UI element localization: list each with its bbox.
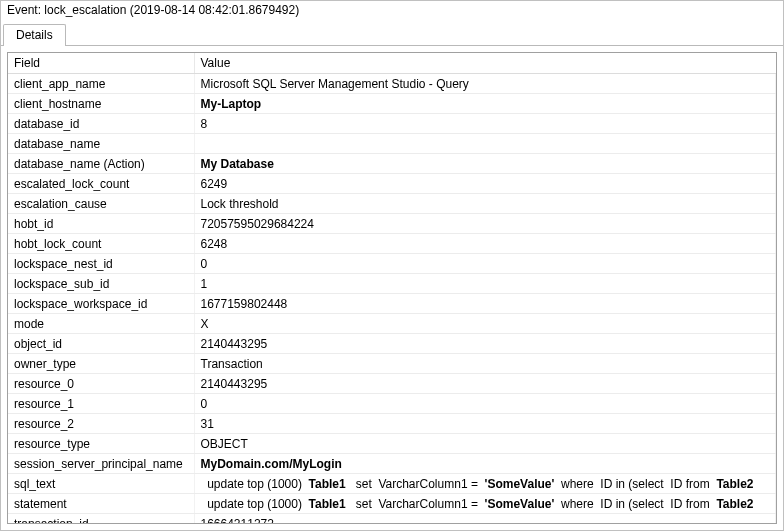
field-label: lockspace_workspace_id [8, 294, 194, 314]
field-value: Microsoft SQL Server Management Studio -… [194, 74, 776, 94]
field-label: client_app_name [8, 74, 194, 94]
event-window: Event: lock_escalation (2019-08-14 08:42… [0, 0, 784, 531]
field-value: Transaction [194, 354, 776, 374]
field-label: hobt_id [8, 214, 194, 234]
field-label: transaction_id [8, 514, 194, 525]
field-label: database_name (Action) [8, 154, 194, 174]
field-label: escalation_cause [8, 194, 194, 214]
details-grid: Field Value client_app_name Microsoft SQ… [7, 52, 777, 524]
field-label: sql_text [8, 474, 194, 494]
field-value: 72057595029684224 [194, 214, 776, 234]
field-label: owner_type [8, 354, 194, 374]
field-label: resource_0 [8, 374, 194, 394]
field-label: client_hostname [8, 94, 194, 114]
field-value: My-Laptop [194, 94, 776, 114]
field-value-sql-text: update top (1000) Table1 set VarcharColu… [194, 474, 776, 494]
field-value: 2140443295 [194, 374, 776, 394]
field-value: 1 [194, 274, 776, 294]
table-row[interactable]: resource_type OBJECT [8, 434, 776, 454]
field-value-statement: update top (1000) Table1 set VarcharColu… [194, 494, 776, 514]
table-row[interactable]: lockspace_nest_id 0 [8, 254, 776, 274]
tab-strip: Details [1, 21, 783, 46]
field-label: database_name [8, 134, 194, 154]
field-label: lockspace_sub_id [8, 274, 194, 294]
table-row[interactable]: database_id 8 [8, 114, 776, 134]
table-row[interactable]: object_id 2140443295 [8, 334, 776, 354]
field-label: resource_2 [8, 414, 194, 434]
field-value: X [194, 314, 776, 334]
field-value: 2140443295 [194, 334, 776, 354]
table-row[interactable]: hobt_lock_count 6248 [8, 234, 776, 254]
table-row[interactable]: client_app_name Microsoft SQL Server Man… [8, 74, 776, 94]
field-value: 8 [194, 114, 776, 134]
table-row[interactable]: transaction_id 16664211272 [8, 514, 776, 525]
table-row[interactable]: resource_0 2140443295 [8, 374, 776, 394]
table-row[interactable]: escalated_lock_count 6249 [8, 174, 776, 194]
table-row[interactable]: resource_1 0 [8, 394, 776, 414]
field-label: object_id [8, 334, 194, 354]
field-label: session_server_principal_name [8, 454, 194, 474]
field-value [194, 134, 776, 154]
field-label: lockspace_nest_id [8, 254, 194, 274]
field-value: 16664211272 [194, 514, 776, 525]
column-header-value[interactable]: Value [194, 53, 776, 74]
field-value: My Database [194, 154, 776, 174]
field-value: 31 [194, 414, 776, 434]
window-title: Event: lock_escalation (2019-08-14 08:42… [1, 1, 783, 21]
field-value: 6248 [194, 234, 776, 254]
column-header-field[interactable]: Field [8, 53, 194, 74]
details-table: Field Value client_app_name Microsoft SQ… [8, 53, 776, 524]
field-label: escalated_lock_count [8, 174, 194, 194]
field-value: OBJECT [194, 434, 776, 454]
table-row[interactable]: database_name (Action) My Database [8, 154, 776, 174]
table-row[interactable]: client_hostname My-Laptop [8, 94, 776, 114]
field-value: MyDomain.com/MyLogin [194, 454, 776, 474]
field-value: 0 [194, 254, 776, 274]
table-row[interactable]: escalation_cause Lock threshold [8, 194, 776, 214]
table-row[interactable]: owner_type Transaction [8, 354, 776, 374]
table-row[interactable]: resource_2 31 [8, 414, 776, 434]
field-label: database_id [8, 114, 194, 134]
field-value: 1677159802448 [194, 294, 776, 314]
field-value: 6249 [194, 174, 776, 194]
table-row[interactable]: database_name [8, 134, 776, 154]
table-row[interactable]: sql_text update top (1000) Table1 set Va… [8, 474, 776, 494]
field-value: Lock threshold [194, 194, 776, 214]
tab-details[interactable]: Details [3, 24, 66, 46]
table-row[interactable]: hobt_id 72057595029684224 [8, 214, 776, 234]
table-row[interactable]: statement update top (1000) Table1 set V… [8, 494, 776, 514]
table-row[interactable]: lockspace_sub_id 1 [8, 274, 776, 294]
field-label: statement [8, 494, 194, 514]
table-row[interactable]: mode X [8, 314, 776, 334]
table-row[interactable]: lockspace_workspace_id 1677159802448 [8, 294, 776, 314]
table-row[interactable]: session_server_principal_name MyDomain.c… [8, 454, 776, 474]
field-value: 0 [194, 394, 776, 414]
field-label: hobt_lock_count [8, 234, 194, 254]
field-label: mode [8, 314, 194, 334]
field-label: resource_1 [8, 394, 194, 414]
field-label: resource_type [8, 434, 194, 454]
